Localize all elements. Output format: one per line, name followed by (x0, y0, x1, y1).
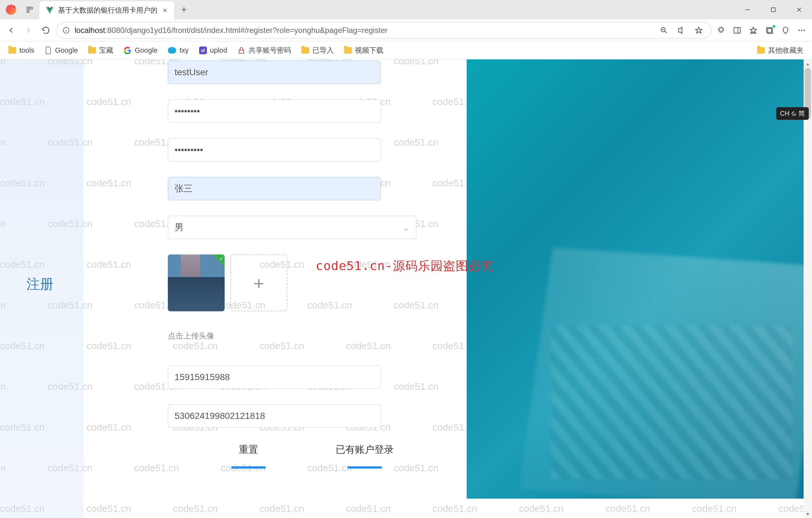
username-field[interactable] (168, 61, 381, 84)
hero-image (467, 59, 812, 499)
idcard-field[interactable] (168, 404, 381, 428)
tab-title: 基于大数据的银行信用卡用户的 (58, 5, 157, 15)
new-tab-button[interactable]: + (177, 3, 191, 17)
svg-rect-1 (30, 7, 32, 9)
password-field[interactable] (168, 100, 381, 123)
folder-icon (8, 47, 16, 54)
svg-rect-13 (734, 27, 741, 33)
bookmark-item[interactable]: 视频下载 (340, 44, 387, 57)
reset-button[interactable]: 重置 (239, 443, 258, 469)
svg-rect-4 (771, 8, 775, 11)
bookmark-item[interactable]: 已导入 (297, 44, 338, 57)
folder-icon (88, 47, 96, 54)
realname-input[interactable] (175, 184, 374, 194)
url-text: localhost:8080/django1yd16/front/dist/in… (75, 26, 653, 35)
window-maximize-button[interactable] (760, 2, 786, 18)
password-input[interactable] (175, 106, 374, 116)
cloud-icon (168, 47, 176, 54)
vertical-scrollbar[interactable]: ▴ ▾ (804, 59, 812, 518)
chevron-down-icon: ⌄ (402, 222, 410, 233)
favorite-star-icon[interactable] (692, 24, 705, 37)
profile-avatar-icon[interactable] (6, 4, 16, 15)
svg-rect-2 (27, 10, 29, 12)
folder-icon (301, 47, 309, 54)
plus-icon: ＋ (250, 271, 267, 295)
page-heading: 注册 (26, 275, 54, 293)
zoom-icon[interactable] (658, 24, 670, 37)
bookmarks-bar: tools Google 宝藏 Google txy uluplod 共享账号密… (0, 41, 812, 59)
bookmark-item[interactable]: Google (120, 44, 162, 56)
tab-close-icon[interactable]: × (162, 6, 169, 15)
url-input-wrap[interactable]: localhost:8080/django1yd16/front/dist/in… (56, 22, 711, 39)
svg-point-20 (803, 29, 805, 31)
scroll-up-icon[interactable]: ▴ (804, 59, 812, 68)
password-confirm-input[interactable] (175, 145, 374, 155)
nav-reload-button[interactable] (39, 23, 53, 37)
svg-point-19 (801, 29, 802, 31)
realname-field[interactable] (168, 177, 381, 200)
lock-icon (237, 47, 245, 54)
username-input[interactable] (175, 67, 374, 78)
avatar-thumbnail[interactable] (168, 254, 225, 311)
nav-forward-button[interactable] (21, 23, 35, 37)
bookmark-item[interactable]: tools (4, 44, 38, 56)
copyright-overlay: code51.cn-源码乐园盗图必究 (316, 258, 493, 274)
read-aloud-icon[interactable] (675, 24, 688, 37)
phone-field[interactable] (168, 365, 381, 389)
address-bar: localhost:8080/django1yd16/front/dist/in… (0, 19, 812, 41)
folder-icon (344, 47, 352, 54)
left-panel: 注册 (0, 59, 83, 518)
svg-point-18 (799, 29, 800, 31)
site-info-icon[interactable] (62, 26, 70, 34)
gender-value: 男 (175, 221, 184, 234)
collections-icon[interactable] (763, 24, 776, 37)
favorites-hub-icon[interactable] (747, 24, 760, 37)
moon-icon (791, 111, 796, 116)
vue-favicon-icon (45, 6, 54, 15)
svg-line-11 (665, 31, 666, 33)
avatar-upload-button[interactable]: ＋ (230, 254, 287, 311)
scroll-down-icon[interactable]: ▾ (804, 510, 812, 518)
page-icon (45, 46, 52, 55)
window-close-button[interactable] (786, 2, 812, 18)
bookmark-item[interactable]: Google (41, 44, 82, 56)
bookmark-item[interactable]: uluplod (195, 44, 231, 56)
bookmark-item[interactable]: 共享账号密码 (234, 44, 295, 57)
password-confirm-field[interactable] (168, 138, 381, 161)
browser-essentials-icon[interactable] (779, 24, 792, 37)
upload-hint: 点击上传头像 (168, 331, 419, 341)
success-check-icon (212, 254, 225, 267)
extensions-icon[interactable] (715, 24, 727, 37)
bookmark-item[interactable]: 宝藏 (84, 44, 117, 57)
browser-tab[interactable]: 基于大数据的银行信用卡用户的 × (39, 1, 174, 19)
folder-icon (757, 47, 765, 54)
login-link-button[interactable]: 已有账户登录 (336, 443, 394, 469)
gender-select[interactable]: 男 ⌄ (168, 216, 416, 239)
more-menu-icon[interactable] (795, 24, 808, 37)
nav-back-button[interactable] (4, 23, 18, 37)
google-icon (124, 47, 132, 54)
idcard-input[interactable] (175, 411, 374, 421)
window-minimize-button[interactable] (734, 2, 760, 18)
svg-rect-0 (27, 7, 29, 9)
phone-input[interactable] (175, 372, 374, 382)
svg-rect-21 (239, 50, 244, 53)
tab-overview-button[interactable] (20, 3, 39, 16)
other-bookmarks[interactable]: 其他收藏夹 (753, 44, 808, 57)
titlebar: 基于大数据的银行信用卡用户的 × + (0, 0, 812, 19)
sidebar-toggle-icon[interactable] (731, 24, 744, 37)
bookmark-item[interactable]: txy (164, 44, 192, 56)
upload-app-icon: ul (199, 47, 207, 54)
ime-badge[interactable]: CH 简 (776, 107, 809, 120)
